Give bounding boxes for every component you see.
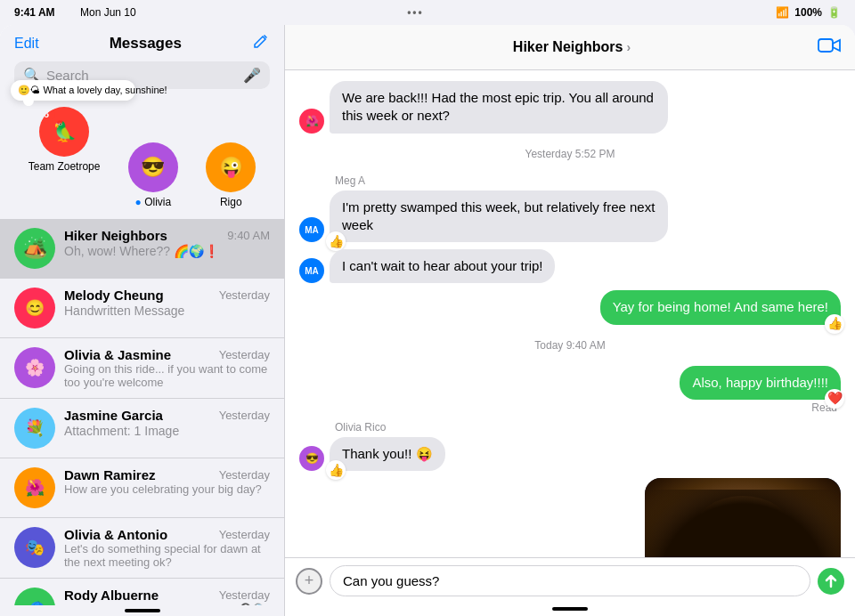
status-time: 9:41 AM: [14, 6, 55, 19]
bubble-1-text: We are back!!! Had the most epic trip. Y…: [342, 90, 654, 123]
conv-avatar-melody: 😊: [14, 288, 55, 328]
conv-item-dawn[interactable]: 🌺 Dawn Ramirez Yesterday How are you cel…: [0, 458, 284, 518]
timestamp-1: Yesterday 5:52 PM: [299, 148, 841, 160]
compose-button[interactable]: [252, 32, 270, 54]
conv-name-hiker: Hiker Neighbors: [64, 228, 167, 243]
conv-top-hiker: Hiker Neighbors 9:40 AM: [64, 228, 270, 243]
conv-avatar-olivia-antonio: 🎭: [14, 527, 55, 568]
msg-wrapper-6: 😎 Thank you!! 😝 👍: [299, 437, 445, 471]
conv-preview-olivia-jasmine: Going on this ride... if you want to com…: [64, 362, 270, 389]
sidebar-title-row: Edit Messages: [14, 32, 270, 54]
msg-wrapper-4: Yay for being home! And same here! 👍: [600, 290, 841, 324]
bubble-3-text: I can't wait to hear about your trip!: [342, 258, 542, 273]
conversation-list: 🏕️ Hiker Neighbors 9:40 AM Oh, wow! Wher…: [0, 219, 284, 605]
conv-item-melody[interactable]: 😊 Melody Cheung Yesterday Handwritten Me…: [0, 279, 284, 338]
pinned-avatar-team-zoetrope: 🦜 6: [39, 107, 89, 157]
conv-name-melody: Melody Cheung: [64, 288, 164, 303]
conv-content-rody: Rody Albuerne Yesterday Do you wanna joi…: [64, 588, 270, 605]
olivia-avatar-emoji: 😎: [141, 156, 165, 179]
app-container: Edit Messages 🔍 🎤 🦜: [0, 25, 855, 616]
msg-avatar-1: 🌺: [299, 109, 324, 134]
image-face: [645, 478, 841, 557]
plus-button[interactable]: +: [296, 568, 322, 595]
conv-time-olivia-jasmine: Yesterday: [219, 348, 270, 361]
pinned-item-olivia[interactable]: 😎 ● Olivia: [128, 142, 178, 208]
svg-rect-0: [818, 39, 833, 52]
conv-avatar-jasmine: 💐: [14, 408, 55, 449]
bubble-preview-team: 🙂🌤 What a lovely day, sunshine!: [11, 80, 135, 101]
status-icons: 📶 100% 🔋: [776, 6, 841, 19]
msg-row-5: Also, happy birthday!!!! ❤️ Read: [299, 366, 841, 414]
status-date: Mon Jun 10: [80, 6, 136, 19]
msg-avatar-2: MA: [299, 217, 324, 242]
conv-time-rody: Yesterday: [219, 588, 270, 602]
battery-icon: 🔋: [827, 6, 841, 19]
conv-preview-dawn: How are you celebrating your big day?: [64, 482, 270, 496]
conv-content-melody: Melody Cheung Yesterday Handwritten Mess…: [64, 288, 270, 318]
conv-time-hiker: 9:40 AM: [227, 229, 270, 242]
conv-name-olivia-antonio: Olivia & Antonio: [64, 527, 167, 542]
reaction-bubble-2: 👍: [326, 231, 346, 251]
conv-avatar-rody: 🧢: [14, 588, 55, 605]
home-indicator-sidebar: [125, 609, 160, 612]
conv-content-jasmine: Jasmine Garcia Yesterday Attachment: 1 I…: [64, 408, 270, 438]
pinned-avatar-rigo: 😜: [206, 142, 256, 192]
conv-name-rody: Rody Albuerne: [64, 588, 159, 603]
conv-preview-jasmine: Attachment: 1 Image: [64, 424, 270, 438]
bubble-4: Yay for being home! And same here! 👍: [600, 290, 841, 324]
wifi-icon: 📶: [776, 6, 789, 19]
bubble-2-text: I'm pretty swamped this week, but relati…: [342, 199, 655, 232]
conv-name-olivia-jasmine: Olivia & Jasmine: [64, 347, 171, 362]
msg-sender-6: Olivia Rico: [335, 421, 386, 434]
pinned-item-rigo[interactable]: 😜 Rigo: [206, 142, 256, 208]
pinned-item-team-zoetrope[interactable]: 🦜 6 🙂🌤 What a lovely day, sunshine! Team…: [28, 107, 101, 208]
message-input[interactable]: [330, 565, 810, 596]
conv-item-hiker-neighbors[interactable]: 🏕️ Hiker Neighbors 9:40 AM Oh, wow! Wher…: [0, 219, 284, 279]
sidebar: Edit Messages 🔍 🎤 🦜: [0, 25, 285, 616]
send-button[interactable]: [818, 568, 844, 595]
send-arrow-icon: [824, 574, 838, 588]
battery-text: 100%: [794, 6, 822, 19]
msg-wrapper-7: [645, 478, 841, 557]
team-avatar-emoji: 🦜: [53, 120, 77, 143]
edit-button[interactable]: Edit: [14, 36, 39, 52]
video-call-button[interactable]: [818, 36, 841, 59]
chat-title[interactable]: Hiker Neighbors ›: [513, 39, 631, 55]
timestamp-2: Today 9:40 AM: [299, 339, 841, 352]
chat-header: Hiker Neighbors ›: [285, 25, 855, 70]
home-indicator-chat: [552, 607, 588, 611]
conv-item-olivia-antonio[interactable]: 🎭 Olivia & Antonio Yesterday Let's do so…: [0, 518, 284, 579]
bubble-5-text: Also, happy birthday!!!!: [692, 375, 828, 390]
chevron-right-icon: ›: [626, 40, 631, 54]
msg-wrapper-2: MA I'm pretty swamped this week, but rel…: [299, 190, 668, 243]
msg-avatar-3: MA: [299, 258, 324, 283]
msg-wrapper-5: Also, happy birthday!!!! ❤️: [680, 366, 841, 400]
sidebar-title: Messages: [110, 35, 182, 53]
msg-sender-2: Meg A: [335, 174, 365, 187]
msg-avatar-6: 😎: [299, 446, 324, 471]
image-bubble-7: [645, 478, 841, 557]
conv-time-dawn: Yesterday: [219, 468, 270, 482]
conv-item-olivia-jasmine[interactable]: 🌸 Olivia & Jasmine Yesterday Going on th…: [0, 338, 284, 399]
conv-time-melody: Yesterday: [219, 288, 270, 302]
conv-content-dawn: Dawn Ramirez Yesterday How are you celeb…: [64, 467, 270, 496]
reaction-bubble-4: 👍: [825, 314, 844, 334]
bubble-6: Thank you!! 😝 👍: [330, 437, 445, 471]
msg-wrapper-3: MA I can't wait to hear about your trip!: [299, 249, 555, 283]
pinned-contacts-row: 🦜 6 🙂🌤 What a lovely day, sunshine! Team…: [0, 100, 284, 219]
chat-messages: 🌺 We are back!!! Had the most epic trip.…: [285, 70, 855, 557]
bubble-2: I'm pretty swamped this week, but relati…: [330, 190, 668, 243]
status-bar: 9:41 AM Mon Jun 10 ••• 📶 100% 🔋: [0, 0, 855, 25]
pinned-name-rigo: Rigo: [220, 196, 242, 208]
conv-item-rody[interactable]: 🧢 Rody Albuerne Yesterday Do you wanna j…: [0, 579, 284, 605]
bubble-6-text: Thank you!! 😝: [342, 446, 433, 461]
msg-row-4: Yay for being home! And same here! 👍: [299, 290, 841, 324]
conv-content-olivia-jasmine: Olivia & Jasmine Yesterday Going on this…: [64, 347, 270, 389]
conv-avatar-dawn: 🌺: [14, 467, 55, 508]
bubble-3: I can't wait to hear about your trip!: [330, 249, 555, 283]
conv-item-jasmine[interactable]: 💐 Jasmine Garcia Yesterday Attachment: 1…: [0, 399, 284, 458]
conv-preview-melody: Handwritten Message: [64, 304, 270, 318]
pinned-name-olivia: ● Olivia: [135, 196, 172, 208]
chat-area: Hiker Neighbors › 🌺 We are back: [285, 25, 855, 616]
msg-row-3: MA I can't wait to hear about your trip!: [299, 249, 841, 283]
